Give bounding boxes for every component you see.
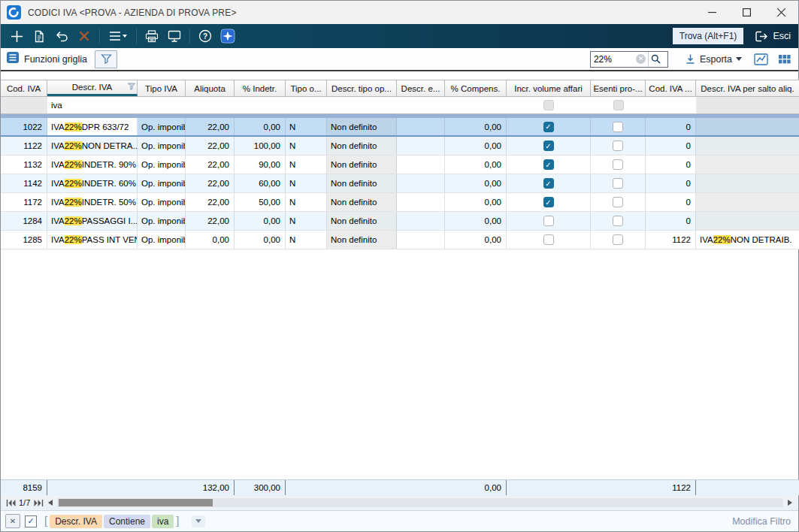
- funnel-icon: [101, 53, 112, 65]
- col-header-cod-iva[interactable]: Cod. IVA: [1, 80, 47, 96]
- incr-volume-checkbox[interactable]: ✓: [543, 122, 554, 132]
- col-header-incr-volume[interactable]: Incr. volume affari: [507, 80, 591, 96]
- cell-aliquota: 22,00: [186, 174, 235, 192]
- filter-cell[interactable]: [286, 97, 327, 113]
- filter-enabled-checkbox[interactable]: ✓: [25, 515, 37, 527]
- download-icon: [685, 53, 696, 65]
- filter-dropdown-icon[interactable]: [192, 515, 205, 527]
- search-highlight: 22%: [65, 198, 82, 207]
- col-header-descr-e[interactable]: Descr. e...: [397, 80, 445, 96]
- column-filter-icon[interactable]: [128, 83, 135, 92]
- esci-button[interactable]: Esci: [751, 30, 794, 43]
- col-header-indetr[interactable]: % Indetr.: [235, 80, 286, 96]
- scrollbar-thumb[interactable]: [59, 499, 213, 506]
- scroll-left-icon[interactable]: [45, 497, 56, 509]
- filter-cell-salto[interactable]: [696, 97, 799, 113]
- horizontal-scrollbar[interactable]: [57, 498, 783, 507]
- preview-monitor-icon[interactable]: [163, 26, 186, 46]
- clear-search-icon[interactable]: ✕: [636, 54, 646, 64]
- incr-volume-checkbox[interactable]: ✓: [543, 178, 554, 189]
- minimize-icon[interactable]: [695, 1, 729, 24]
- delete-icon[interactable]: [73, 26, 95, 46]
- help-icon[interactable]: ?: [194, 26, 216, 46]
- cell-salto: [696, 137, 799, 155]
- close-icon[interactable]: [764, 1, 798, 24]
- col-header-aliquota[interactable]: Aliquota: [186, 80, 235, 96]
- filter-cell[interactable]: [186, 97, 235, 113]
- search-icon[interactable]: [648, 52, 664, 67]
- esporta-button[interactable]: Esporta: [685, 53, 742, 65]
- list-icon: [7, 52, 19, 66]
- filter-cell-incr-volume[interactable]: [507, 97, 591, 113]
- search-input[interactable]: [591, 54, 636, 65]
- incr-volume-checkbox[interactable]: ✓: [543, 141, 554, 151]
- undo-icon[interactable]: [50, 26, 73, 46]
- col-header-tipo-iva[interactable]: Tipo IVA: [138, 80, 186, 96]
- table-row[interactable]: 1022 IVA 22% DPR 633/72 Op. imponibili 2…: [1, 118, 799, 137]
- filter-cell-cod-iva[interactable]: [1, 97, 47, 113]
- trova-shortcut-badge[interactable]: Trova (Alt+F1): [673, 28, 744, 44]
- esenti-checkbox[interactable]: [613, 141, 623, 151]
- col-header-descr-iva[interactable]: Descr. IVA: [47, 80, 138, 96]
- col-header-compens[interactable]: % Compens.: [445, 80, 507, 96]
- esenti-checkbox[interactable]: [613, 216, 623, 226]
- esenti-checkbox[interactable]: [613, 178, 623, 189]
- table-row[interactable]: 1132 IVA 22% INDETR. 90% Op. imponibili …: [1, 156, 799, 174]
- cell-tipo-iva: Op. imponibili: [138, 118, 186, 135]
- filter-checkbox[interactable]: [613, 100, 624, 110]
- incr-volume-checkbox[interactable]: [543, 234, 554, 245]
- search-highlight: 22%: [65, 122, 82, 131]
- table-row[interactable]: 1285 IVA 22% PASS INT VEN Op. imponibili…: [1, 231, 799, 249]
- scroll-right-icon[interactable]: [785, 497, 795, 509]
- menu-icon[interactable]: [104, 26, 132, 46]
- last-page-icon[interactable]: [32, 497, 45, 509]
- filter-cell[interactable]: [138, 97, 186, 113]
- cell-descr-iva: IVA 22% PASSAGGI I...: [47, 212, 138, 230]
- esci-label: Esci: [773, 31, 791, 41]
- table-row[interactable]: 1284 IVA 22% PASSAGGI I... Op. imponibil…: [1, 212, 799, 231]
- remove-filter-button[interactable]: ✕: [5, 514, 20, 528]
- incr-volume-checkbox[interactable]: ✓: [543, 197, 554, 207]
- maximize-icon[interactable]: [729, 1, 764, 24]
- table-row[interactable]: 1122 IVA 22% NON DETRA... Op. imponibili…: [1, 137, 799, 156]
- col-header-descr-tipo-op[interactable]: Descr. tipo op...: [327, 80, 397, 96]
- filter-cell[interactable]: [397, 97, 445, 113]
- incr-volume-checkbox[interactable]: ✓: [543, 159, 554, 170]
- filter-field-chip[interactable]: Descr. IVA: [50, 515, 102, 528]
- col-header-salto-aliq[interactable]: Descr. IVA per salto aliq.: [696, 80, 799, 96]
- filter-cell[interactable]: [445, 97, 507, 113]
- incr-volume-checkbox[interactable]: [543, 216, 554, 226]
- print-icon[interactable]: [141, 26, 163, 46]
- filter-checkbox[interactable]: [543, 100, 554, 110]
- table-row[interactable]: 1172 IVA 22% INDETR. 50% Op. imponibili …: [1, 193, 799, 212]
- filter-cell-descr-iva[interactable]: [47, 97, 138, 113]
- descr-iva-filter-input[interactable]: [47, 100, 138, 110]
- filter-cell[interactable]: [235, 97, 286, 113]
- esenti-checkbox[interactable]: [613, 234, 623, 245]
- col-header-cod-iva-2[interactable]: Cod. IVA ...: [646, 80, 696, 96]
- search-highlight: 22%: [65, 235, 82, 244]
- chart-view-button[interactable]: [754, 53, 768, 65]
- funzioni-griglia-button[interactable]: Funzioni griglia: [24, 54, 87, 65]
- filter-cell-esenti[interactable]: [591, 97, 646, 113]
- esenti-checkbox[interactable]: [613, 159, 623, 170]
- duplicate-record-icon[interactable]: [28, 26, 50, 46]
- filter-funnel-button[interactable]: [95, 50, 117, 68]
- filter-value-chip[interactable]: iva: [152, 515, 174, 528]
- modifica-filtro-link[interactable]: Modifica Filtro: [732, 516, 791, 527]
- esenti-checkbox[interactable]: [613, 122, 623, 132]
- esenti-checkbox[interactable]: [613, 197, 623, 207]
- col-header-tipo-o[interactable]: Tipo o...: [286, 80, 327, 96]
- ai-assistant-icon[interactable]: [216, 26, 239, 46]
- filter-cell[interactable]: [327, 97, 397, 113]
- table-row[interactable]: 1142 IVA 22% INDETR. 60% Op. imponibili …: [1, 174, 799, 193]
- cell-tipo-o: N: [286, 137, 327, 155]
- filter-cell[interactable]: [646, 97, 696, 113]
- search-highlight: 22%: [65, 216, 82, 225]
- filter-operator-chip[interactable]: Contiene: [104, 515, 150, 528]
- layout-grid-button[interactable]: [779, 55, 791, 64]
- new-record-icon[interactable]: [5, 26, 28, 46]
- first-page-icon[interactable]: [4, 497, 17, 509]
- col-header-esenti-pro[interactable]: Esenti pro-...: [591, 80, 646, 96]
- cell-esenti: [591, 193, 646, 211]
